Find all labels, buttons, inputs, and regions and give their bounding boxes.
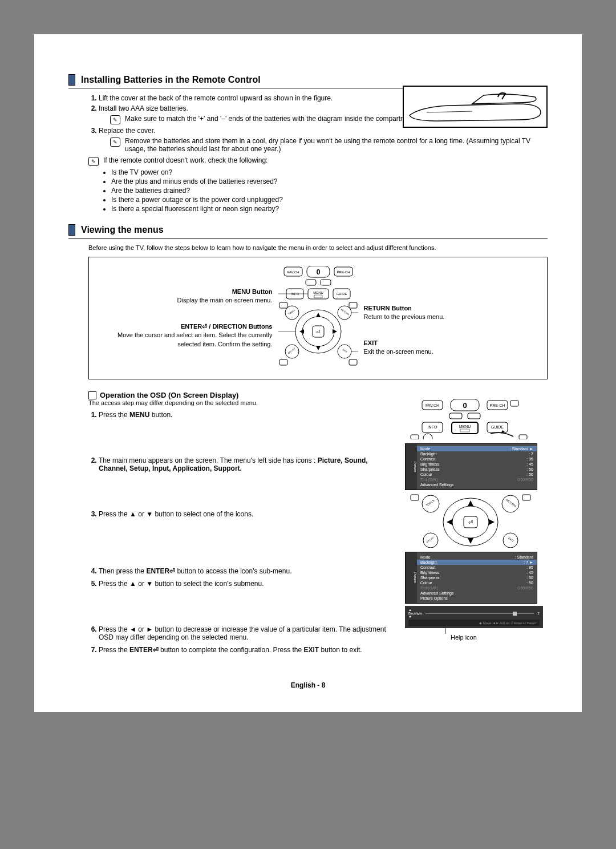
square-icon [88, 391, 96, 399]
svg-rect-35 [349, 359, 357, 365]
svg-text:0: 0 [316, 268, 320, 276]
page-footer: English - 8 [68, 681, 548, 689]
osd-step-6: Press the ◄ or ► button to decrease or i… [99, 625, 394, 641]
svg-rect-56 [411, 435, 419, 439]
remote-center-buttons: FAV.CH 0 PRE-CH INFO MENU GUIDE [278, 266, 358, 370]
osd-step-2: The main menu appears on the screen. The… [99, 456, 394, 472]
osd-screenshot-1: Picture Mode: Standard ►Backlight: 7Cont… [405, 443, 537, 490]
osd-subsection-header: Operation the OSD (On Screen Display) [88, 391, 548, 399]
svg-rect-53 [460, 429, 469, 432]
svg-line-0 [427, 111, 472, 112]
osd-screenshot-2: Picture Mode: StandardBacklight: 7 ►Cont… [405, 552, 537, 604]
help-icon-label: Help icon [451, 634, 548, 641]
note-icon: ✎ [110, 115, 120, 124]
svg-rect-64 [522, 495, 530, 500]
section1-title: Installing Batteries in the Remote Contr… [81, 75, 261, 85]
svg-rect-59 [411, 495, 419, 500]
svg-text:GUIDE: GUIDE [491, 425, 504, 429]
svg-text:INFO: INFO [428, 425, 437, 429]
remote-buttons-diagram: MENU Button Display the main on-screen m… [88, 257, 548, 379]
svg-point-57 [423, 434, 432, 439]
svg-rect-13 [314, 295, 322, 298]
section2-intro: Before using the TV, follow the steps be… [88, 244, 548, 251]
svg-rect-16 [279, 302, 287, 308]
backlight-slider: ▲ Backlight ▼ 7 ◆ Move ◄► Adjust ⏎ Enter… [405, 606, 543, 628]
osd-step-7: Press the ENTER⏎ button to complete the … [99, 646, 394, 654]
svg-rect-8 [321, 280, 331, 285]
svg-rect-46 [510, 401, 518, 406]
svg-text:FAV.CH: FAV.CH [287, 270, 299, 274]
svg-text:PRE-CH: PRE-CH [337, 270, 350, 274]
osd-step-3: Press the ▲ or ▼ button to select one of… [99, 510, 394, 518]
note-icon: ✎ [88, 157, 99, 166]
svg-text:GUIDE: GUIDE [336, 292, 347, 296]
svg-text:⏎: ⏎ [316, 329, 321, 335]
remote-cover-illustration [403, 86, 548, 128]
section-bar-icon [68, 224, 75, 236]
troubleshoot-list: Is the TV power on? Are the plus and min… [88, 168, 548, 213]
svg-rect-58 [519, 435, 527, 439]
svg-text:MENU: MENU [313, 291, 323, 294]
small-remote-dpad: TOOLS RETURN ⏎ CH LIST [405, 494, 536, 549]
section-bar-icon [68, 74, 75, 86]
svg-text:MENU: MENU [459, 424, 471, 428]
note-icon: ✎ [110, 138, 120, 147]
svg-rect-47 [449, 413, 462, 419]
step-3: Replace the cover. ✎ Remove the batterie… [99, 127, 548, 153]
section2-header: Viewing the menus [68, 224, 548, 238]
svg-rect-7 [306, 280, 316, 285]
svg-text:0: 0 [463, 401, 467, 410]
small-remote-top: FAV.CH 0 PRE-CH INFO MENU [405, 399, 536, 441]
osd-step-1: Press the MENU button. [99, 411, 394, 419]
svg-rect-17 [349, 302, 357, 308]
svg-text:PRE-CH: PRE-CH [490, 403, 505, 407]
osd-step-5: Press the ▲ or ▼ button to select the ic… [99, 580, 394, 588]
svg-text:⏎: ⏎ [468, 519, 473, 525]
section2-title: Viewing the menus [81, 225, 164, 235]
svg-rect-48 [468, 413, 480, 419]
svg-text:FAV.CH: FAV.CH [425, 403, 439, 407]
page: Installing Batteries in the Remote Contr… [34, 34, 582, 712]
svg-rect-34 [279, 359, 287, 365]
osd-step-4: Then press the ENTER⏎ button to access t… [99, 567, 394, 575]
